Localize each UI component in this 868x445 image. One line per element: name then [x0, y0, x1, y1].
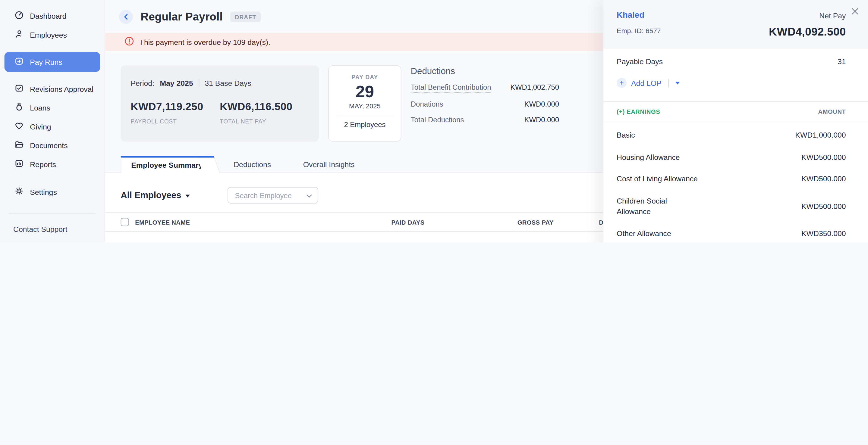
tab-employee-summary[interactable]: Employee Summary — [121, 156, 208, 173]
all-employees-dropdown[interactable]: All Employees — [121, 190, 190, 200]
sidebar-item-giving[interactable]: Giving — [4, 117, 100, 136]
all-employees-label: All Employees — [121, 190, 181, 200]
payroll-cost-value: KWD7,119.250 — [130, 101, 220, 113]
earnings-title: (+) EARNINGS — [617, 108, 660, 115]
add-lop-label: Add LOP — [631, 79, 661, 87]
sidebar-item-label: Pay Runs — [30, 58, 62, 66]
earning-row[interactable]: Other Allowance KWD350.000 — [617, 223, 846, 242]
select-all-checkbox[interactable] — [121, 218, 129, 227]
tab-deductions[interactable]: Deductions — [221, 157, 283, 173]
chevron-down-icon[interactable] — [675, 81, 680, 84]
total-deductions-label: Total Deductions — [411, 115, 464, 124]
period-label: Period: — [130, 79, 154, 87]
sidebar-item-label: Dashboard — [30, 12, 66, 20]
employee-table: EMPLOYEE NAME PAID DAYS GROSS PAY D Moha… — [105, 212, 609, 242]
sidebar-item-settings[interactable]: Settings — [4, 182, 100, 201]
revisions-approval-icon — [14, 83, 24, 95]
payable-days-value: 31 — [838, 58, 846, 66]
sidebar-item-reports[interactable]: Reports — [4, 155, 100, 173]
base-days: 31 Base Days — [205, 79, 251, 87]
net-pay-value: KWD4,092.500 — [769, 25, 846, 38]
plus-icon: + — [617, 78, 627, 88]
donations-value: KWD0.000 — [524, 100, 559, 108]
divider — [198, 78, 199, 87]
divider — [668, 79, 669, 87]
loans-icon — [14, 102, 24, 113]
amount-column-label: AMOUNT — [818, 108, 846, 115]
settings-gear-icon — [14, 186, 24, 198]
employee-count: 2 Employees — [329, 121, 401, 129]
sidebar-item-label: Settings — [30, 188, 57, 196]
dashboard-icon — [14, 10, 24, 22]
sidebar-item-label: Documents — [30, 141, 67, 150]
payday-label: PAY DAY — [329, 73, 401, 80]
panel-body: Payable Days 31 + Add LOP (+) EARNINGS A… — [603, 49, 868, 242]
divider — [336, 115, 394, 116]
payday-card: PAY DAY 29 MAY, 2025 2 Employees — [328, 65, 401, 141]
total-benefit-contribution-value: KWD1,002.750 — [510, 83, 559, 92]
period-card: Period: May 2025 31 Base Days KWD7,119.2… — [121, 65, 319, 141]
total-net-pay-value: KWD6,116.500 — [220, 101, 309, 113]
contact-support-link[interactable]: Contact Support — [0, 214, 104, 233]
total-deductions-value: KWD0.000 — [524, 115, 559, 124]
deductions-summary: Deductions Total Benefit Contribution KW… — [411, 65, 559, 141]
close-icon[interactable] — [849, 5, 861, 20]
sidebar-item-label: Revisions Approval — [30, 85, 93, 93]
total-benefit-contribution-label[interactable]: Total Benefit Contribution — [411, 83, 491, 93]
header-employee-name: EMPLOYEE NAME — [135, 218, 391, 225]
sidebar-item-revisions-approval[interactable]: Revisions Approval — [4, 79, 100, 98]
header-paid-days: PAID DAYS — [392, 218, 475, 225]
payday-day: 29 — [329, 82, 401, 101]
payroll-app: Dashboard Employees Pay Runs Revisions A… — [0, 0, 868, 242]
payable-days-label: Payable Days — [617, 58, 663, 66]
tab-overall-insights[interactable]: Overall Insights — [291, 157, 367, 173]
alert-icon — [124, 36, 134, 48]
back-button[interactable] — [119, 10, 133, 24]
deductions-summary-title: Deductions — [411, 66, 559, 76]
payable-days-row: Payable Days 31 — [617, 58, 846, 66]
search-employee-placeholder: Search Employee — [235, 191, 291, 200]
sidebar-item-label: Employees — [30, 31, 67, 39]
payday-month-year: MAY, 2025 — [329, 102, 401, 110]
earning-row[interactable]: Basic KWD1,000.000 — [617, 122, 846, 146]
sidebar-item-label: Loans — [30, 104, 50, 112]
search-employee-select[interactable]: Search Employee — [228, 187, 318, 204]
chevron-down-icon — [186, 195, 190, 198]
net-pay-label: Net Pay — [819, 12, 846, 20]
sidebar-item-label: Reports — [30, 160, 56, 169]
chevron-down-icon — [306, 190, 312, 200]
table-row[interactable]: Mohammad Abbas Uddin Siraj Ahamad (1) 31… — [105, 232, 609, 242]
giving-heart-icon — [14, 121, 24, 132]
donations-label: Donations — [411, 100, 443, 108]
status-badge: DRAFT — [230, 11, 260, 22]
earning-row[interactable]: Housing Allowance KWD500.000 — [617, 146, 846, 168]
sidebar: Dashboard Employees Pay Runs Revisions A… — [0, 0, 105, 242]
sidebar-item-documents[interactable]: Documents — [4, 136, 100, 155]
pay-runs-icon — [14, 56, 24, 67]
sidebar-item-pay-runs[interactable]: Pay Runs — [4, 52, 100, 72]
reports-chart-icon — [14, 159, 24, 170]
period-value: May 2025 — [160, 79, 193, 87]
sidebar-item-loans[interactable]: Loans — [4, 98, 100, 117]
overdue-warning-text: This payment is overdue by 109 day(s). — [140, 38, 270, 46]
add-lop-button[interactable]: + Add LOP — [617, 78, 846, 88]
table-header-row: EMPLOYEE NAME PAID DAYS GROSS PAY D — [105, 212, 609, 232]
sidebar-item-label: Giving — [30, 123, 51, 131]
sidebar-item-employees[interactable]: Employees — [4, 25, 100, 44]
earning-row[interactable]: Children Social Allowance KWD500.000 — [617, 190, 846, 223]
sidebar-item-dashboard[interactable]: Dashboard — [4, 7, 100, 25]
employee-detail-panel: Khaled Net Pay Emp. ID: 6577 KWD4,092.50… — [603, 0, 868, 242]
earning-row[interactable]: Cost of Living Allowance KWD500.000 — [617, 168, 846, 190]
panel-header: Khaled Net Pay Emp. ID: 6577 KWD4,092.50… — [603, 0, 868, 49]
panel-employee-name[interactable]: Khaled — [617, 10, 846, 19]
total-net-pay-label: TOTAL NET PAY — [220, 118, 309, 124]
documents-folder-icon — [14, 140, 24, 151]
payroll-cost-label: PAYROLL COST — [130, 118, 220, 124]
page-title: Regular Payroll — [141, 10, 223, 23]
employees-icon — [14, 29, 24, 40]
earnings-section-header: (+) EARNINGS AMOUNT — [617, 102, 846, 122]
header-gross-pay: GROSS PAY — [474, 218, 554, 225]
